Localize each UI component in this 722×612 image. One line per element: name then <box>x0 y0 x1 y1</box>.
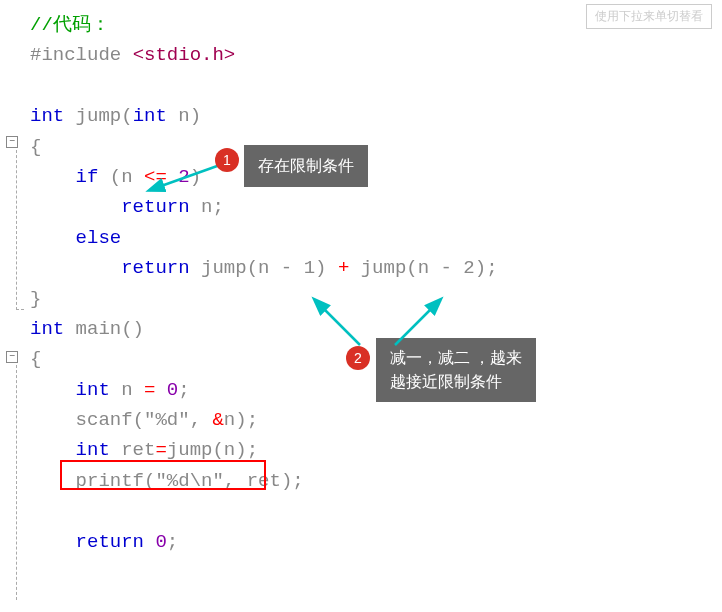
semicolon: ; <box>486 257 497 279</box>
function-name: jump <box>76 105 122 127</box>
code-line: { <box>30 132 722 162</box>
include-path: <stdio.h> <box>133 44 236 66</box>
code-line: else <box>30 223 722 253</box>
paren-close: ) <box>235 439 246 461</box>
variable: ret <box>121 439 155 461</box>
type-keyword: int <box>30 379 121 401</box>
number-literal: 0 <box>155 531 166 553</box>
fold-button[interactable]: − <box>6 351 18 363</box>
brace-close: } <box>30 288 41 310</box>
paren-close: ) <box>315 257 338 279</box>
variable: n <box>224 409 235 431</box>
svg-line-2 <box>395 300 440 345</box>
brace-open: { <box>30 348 41 370</box>
return-keyword: return <box>30 531 155 553</box>
type-keyword: int <box>30 439 121 461</box>
annotation-box-1: 存在限制条件 <box>244 145 368 187</box>
operator: & <box>212 409 223 431</box>
operator: = <box>155 439 166 461</box>
semicolon: ; <box>167 531 178 553</box>
semicolon: ; <box>247 409 258 431</box>
comma: , <box>190 409 213 431</box>
paren-close: ) <box>281 470 292 492</box>
else-keyword: else <box>30 227 121 249</box>
comment-text: //代码： <box>30 14 110 36</box>
type-keyword: int <box>30 105 76 127</box>
code-line: //代码： <box>30 10 722 40</box>
variable: n <box>121 379 144 401</box>
fold-button[interactable]: − <box>6 136 18 148</box>
fold-guide-line <box>16 365 24 600</box>
string-literal: "%d" <box>144 409 190 431</box>
code-line <box>30 496 722 526</box>
if-keyword: if <box>30 166 110 188</box>
variable: n <box>224 439 235 461</box>
function-call: jump <box>201 257 247 279</box>
code-line: if (n <= 2) <box>30 162 722 192</box>
expression: n - 1 <box>258 257 315 279</box>
param-name: n <box>178 105 189 127</box>
function-name: main <box>76 318 122 340</box>
code-line: return n; <box>30 192 722 222</box>
paren-open: ( <box>247 257 258 279</box>
type-keyword: int <box>133 105 179 127</box>
parens: () <box>121 318 144 340</box>
paren-open: ( <box>406 257 417 279</box>
code-line <box>30 71 722 101</box>
highlight-box <box>60 460 266 490</box>
code-line: return 0; <box>30 527 722 557</box>
paren-open: ( <box>121 105 132 127</box>
paren-open: ( <box>133 409 144 431</box>
annotation-2-line2: 越接近限制条件 <box>390 370 522 394</box>
return-keyword: return <box>30 257 201 279</box>
annotation-badge-1: 1 <box>215 148 239 172</box>
code-line: int jump(int n) <box>30 101 722 131</box>
paren-close: ) <box>475 257 486 279</box>
function-call: jump <box>361 257 407 279</box>
code-line: return jump(n - 1) + jump(n - 2); <box>30 253 722 283</box>
fold-guide-line <box>16 150 24 310</box>
preprocessor: #include <box>30 44 133 66</box>
expression: n - 2 <box>418 257 475 279</box>
function-call: jump <box>167 439 213 461</box>
arrow-icon <box>300 295 380 355</box>
annotation-badge-2: 2 <box>346 346 370 370</box>
code-line: scanf("%d", &n); <box>30 405 722 435</box>
paren-close: ) <box>190 105 201 127</box>
semicolon: ; <box>292 470 303 492</box>
code-line: #include <stdio.h> <box>30 40 722 70</box>
arrow-icon <box>385 295 465 355</box>
svg-line-0 <box>150 165 220 190</box>
semicolon: ; <box>247 439 258 461</box>
svg-line-1 <box>315 300 360 345</box>
type-keyword: int <box>30 318 76 340</box>
function-call: scanf <box>30 409 133 431</box>
operator: + <box>338 257 361 279</box>
operator: = <box>144 379 167 401</box>
paren-open: ( <box>110 166 121 188</box>
brace-open: { <box>30 136 41 158</box>
number-literal: 0 <box>167 379 178 401</box>
semicolon: ; <box>178 379 189 401</box>
paren-open: ( <box>212 439 223 461</box>
paren-close: ) <box>235 409 246 431</box>
